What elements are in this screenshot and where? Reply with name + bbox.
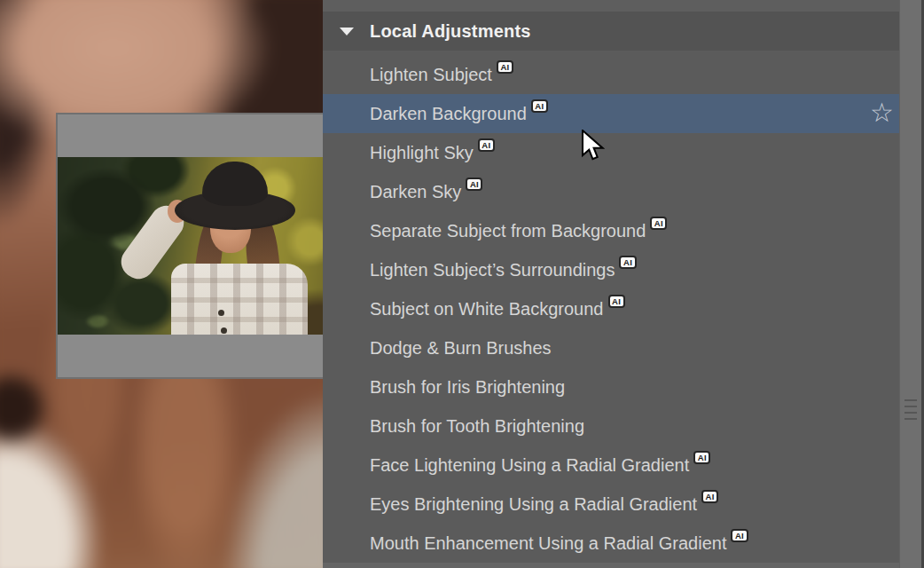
- preset-item[interactable]: Separate Subject from BackgroundAI: [323, 211, 899, 250]
- subject-hat-crown: [202, 162, 268, 206]
- preset-label: Darken Sky: [370, 182, 461, 202]
- preset-label: Mouth Enhancement Using a Radial Gradien…: [370, 533, 726, 554]
- ai-badge: AI: [619, 256, 636, 269]
- panel-bottom-strip: [323, 563, 899, 568]
- preset-label: Darken Background: [370, 104, 527, 124]
- ai-badge: AI: [731, 529, 748, 542]
- local-adjustments-panel: Local Adjustments Lighten SubjectAI Dark…: [323, 0, 924, 568]
- preset-label: Eyes Brightening Using a Radial Gradient: [370, 494, 697, 515]
- ai-badge: AI: [497, 60, 513, 74]
- ai-badge: AI: [608, 295, 625, 308]
- preset-item[interactable]: Mouth Enhancement Using a Radial Gradien…: [323, 524, 899, 563]
- app-window: Local Adjustments Lighten SubjectAI Dark…: [0, 0, 924, 568]
- grip-lines-icon: [904, 399, 917, 424]
- preset-rows-column: Local Adjustments Lighten SubjectAI Dark…: [323, 0, 899, 568]
- preset-label: Lighten Subject’s Surroundings: [370, 260, 615, 280]
- scrollbar-thumb[interactable]: [899, 0, 921, 568]
- fabric-texture: [211, 359, 323, 568]
- preset-item[interactable]: Face Lightening Using a Radial GradientA…: [323, 446, 899, 485]
- preset-item[interactable]: Subject on White BackgroundAI: [323, 289, 899, 328]
- navigator-preview-box[interactable]: [56, 113, 323, 379]
- preset-label: Dodge & Burn Brushes: [370, 338, 552, 359]
- collapse-triangle-icon: [340, 28, 354, 36]
- preset-item[interactable]: Brush for Tooth Brightening: [323, 406, 899, 446]
- preset-item[interactable]: Darken SkyAI: [323, 172, 899, 211]
- preset-label: Separate Subject from Background: [370, 221, 646, 241]
- preset-label: Brush for Iris Brightening: [370, 377, 565, 398]
- jacket-button: [218, 310, 224, 316]
- preset-item[interactable]: Lighten SubjectAI: [323, 55, 899, 94]
- ai-badge: AI: [650, 217, 667, 230]
- preset-item[interactable]: Eyes Brightening Using a Radial Gradient…: [323, 485, 899, 524]
- preset-label: Face Lightening Using a Radial Gradient: [370, 455, 689, 476]
- photo-canvas[interactable]: [0, 0, 323, 568]
- section-title: Local Adjustments: [370, 21, 531, 42]
- preset-item[interactable]: Darken BackgroundAI ☆: [323, 94, 899, 133]
- ai-badge: AI: [466, 178, 482, 191]
- thumbnail-subject: [58, 157, 323, 335]
- preset-label: Subject on White Background: [370, 299, 604, 320]
- preset-label: Lighten Subject: [370, 65, 492, 85]
- jacket-button: [221, 327, 227, 334]
- preset-label: Brush for Tooth Brightening: [370, 416, 584, 437]
- navigator-thumbnail: [58, 157, 323, 335]
- preset-item[interactable]: Dodge & Burn Brushes: [323, 328, 899, 367]
- preset-item[interactable]: Lighten Subject’s SurroundingsAI: [323, 250, 899, 289]
- subject-jacket: [171, 264, 308, 335]
- preset-label: Highlight Sky: [370, 143, 474, 163]
- section-header-local-adjustments[interactable]: Local Adjustments: [323, 12, 899, 51]
- preset-list: Lighten SubjectAI Darken BackgroundAI ☆ …: [323, 55, 899, 563]
- favorite-star-icon[interactable]: ☆: [870, 99, 894, 126]
- ai-badge: AI: [531, 99, 548, 113]
- preset-item[interactable]: Highlight SkyAI: [323, 133, 899, 172]
- ai-badge: AI: [478, 138, 495, 152]
- ai-badge: AI: [701, 490, 718, 503]
- arrow-cursor-icon: [581, 130, 605, 162]
- preset-item[interactable]: Brush for Iris Brightening: [323, 367, 899, 406]
- panel-top-strip: [323, 0, 899, 12]
- ai-badge: AI: [693, 451, 710, 464]
